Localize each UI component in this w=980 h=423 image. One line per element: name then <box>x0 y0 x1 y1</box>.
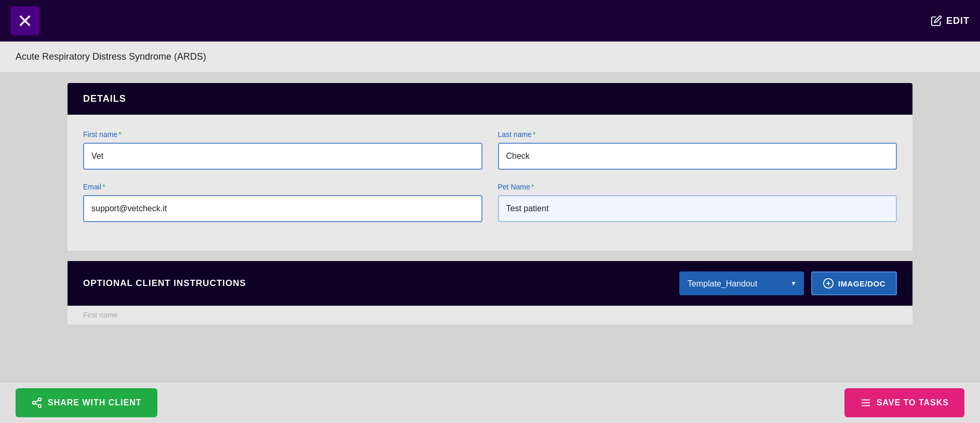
edit-button[interactable]: EDIT <box>931 15 970 26</box>
save-to-tasks-button[interactable]: SAVE TO TASKS <box>844 388 964 417</box>
share-icon <box>31 397 43 408</box>
first-name-required-star: * <box>118 130 121 139</box>
optional-title: OPTIONAL CLIENT INSTRUCTIONS <box>83 278 246 289</box>
svg-line-9 <box>35 400 38 402</box>
details-title: DETAILS <box>83 93 126 104</box>
svg-point-6 <box>33 401 36 404</box>
header: EDIT <box>0 0 980 42</box>
last-name-group: Last name* <box>498 130 897 170</box>
main-content: DETAILS First name* Last name* Email <box>0 73 980 423</box>
form-row-1: First name* Last name* <box>83 130 897 170</box>
share-with-client-button[interactable]: SHARE WITH CLIENT <box>16 388 157 417</box>
close-icon <box>18 13 32 28</box>
svg-point-5 <box>38 398 42 401</box>
first-name-input[interactable] <box>83 143 482 170</box>
plus-circle-icon <box>823 278 834 289</box>
email-label: Email* <box>83 183 482 191</box>
pet-name-required-star: * <box>531 183 534 191</box>
edit-icon <box>931 15 942 26</box>
last-name-input[interactable] <box>498 143 897 170</box>
save-tasks-label: SAVE TO TASKS <box>877 398 949 407</box>
form-row-2: Email* Pet Name* <box>83 183 897 222</box>
template-select-wrapper: Template_Handout Template_2 Template_3 <box>679 271 804 295</box>
edit-label: EDIT <box>946 16 970 26</box>
bottom-bar: SHARE WITH CLIENT SAVE TO TASKS <box>0 381 980 423</box>
tasks-icon <box>860 397 871 408</box>
close-button[interactable] <box>10 6 39 35</box>
hint-text: First name <box>83 311 117 319</box>
email-group: Email* <box>83 183 482 222</box>
svg-point-7 <box>38 404 42 407</box>
last-name-required-star: * <box>533 130 535 139</box>
email-required-star: * <box>102 183 105 191</box>
last-name-label: Last name* <box>498 130 897 139</box>
email-input[interactable] <box>83 195 482 222</box>
pet-name-input[interactable] <box>498 195 897 222</box>
form-area: First name* Last name* Email* P <box>68 115 912 251</box>
share-label: SHARE WITH CLIENT <box>48 398 142 407</box>
pet-name-label: Pet Name* <box>498 183 897 191</box>
svg-line-8 <box>35 403 38 405</box>
optional-controls: Template_Handout Template_2 Template_3 I… <box>679 271 897 295</box>
first-name-group: First name* <box>83 130 482 170</box>
hint-area: First name <box>68 306 912 324</box>
first-name-label: First name* <box>83 130 482 139</box>
pet-name-group: Pet Name* <box>498 183 897 222</box>
template-select[interactable]: Template_Handout Template_2 Template_3 <box>679 271 804 295</box>
subtitle-bar: Acute Respiratory Distress Syndrome (ARD… <box>0 42 980 73</box>
image-doc-button[interactable]: IMAGE/DOC <box>811 271 897 295</box>
page-title: Acute Respiratory Distress Syndrome (ARD… <box>16 51 206 62</box>
details-section-header: DETAILS <box>68 83 912 115</box>
optional-section: OPTIONAL CLIENT INSTRUCTIONS Template_Ha… <box>68 261 912 306</box>
image-doc-label: IMAGE/DOC <box>838 279 885 288</box>
